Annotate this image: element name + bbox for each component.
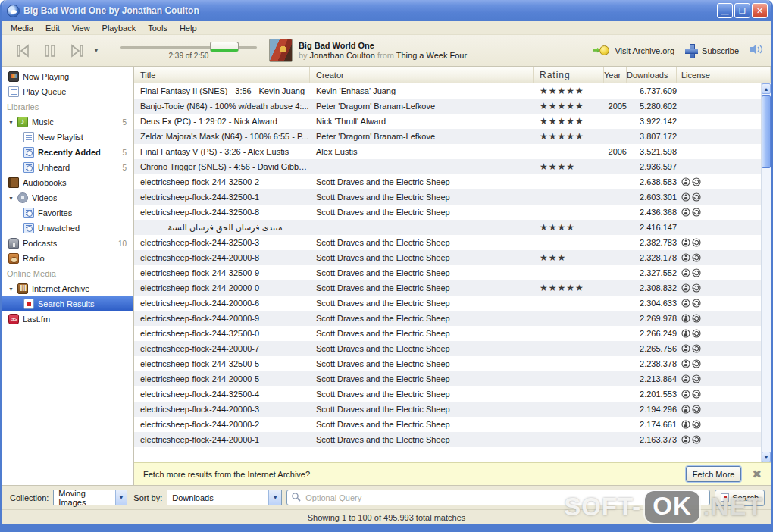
- table-row[interactable]: electricsheep-flock-244-20000-7Scott Dra…: [134, 341, 761, 356]
- cell-license: [677, 283, 761, 293]
- scrollbar-track[interactable]: [762, 94, 771, 452]
- rating-stars[interactable]: ★★★★: [534, 161, 604, 172]
- table-row[interactable]: Deus Ex (PC) - 1:29:02 - Nick AlwardNick…: [134, 114, 761, 129]
- table-header: TitleCreatorRatingYearDownloadsLicense: [134, 67, 771, 83]
- notification-bar: Fetch more results from the Internet Arc…: [134, 462, 771, 485]
- sidebar-item-audiobooks[interactable]: Audiobooks: [2, 175, 133, 190]
- sidebar-item-now-playing[interactable]: Now Playing: [2, 69, 133, 84]
- maximize-button[interactable]: ❒: [734, 3, 750, 18]
- table-row[interactable]: electricsheep-flock-244-32500-2Scott Dra…: [134, 174, 761, 189]
- sidebar-item-videos[interactable]: ▼Videos: [2, 190, 133, 205]
- rating-stars[interactable]: ★★★: [534, 252, 604, 263]
- expand-arrow-icon[interactable]: ▼: [8, 286, 17, 292]
- scrollbar-thumb[interactable]: [762, 95, 771, 168]
- cell-year: 2006: [604, 147, 627, 156]
- table-row[interactable]: Chrono Trigger (SNES) - 4:56 - David Gib…: [134, 159, 761, 174]
- sidebar-item-music[interactable]: ▼Music5: [2, 114, 133, 130]
- table-row[interactable]: electricsheep-flock-244-20000-6Scott Dra…: [134, 296, 761, 311]
- cell-creator: Nick 'Thrull' Alward: [310, 117, 534, 126]
- sidebar-item-podcasts[interactable]: Podcasts10: [2, 236, 133, 251]
- playback-options-dropdown-icon[interactable]: ▼: [93, 47, 99, 54]
- column-header-year[interactable]: Year: [604, 67, 627, 83]
- table-row[interactable]: electricsheep-flock-244-32500-3Scott Dra…: [134, 235, 761, 250]
- sidebar-item-new-playlist[interactable]: New Playlist: [2, 130, 133, 145]
- rating-stars[interactable]: ★★★★★: [534, 86, 604, 96]
- column-header-rating[interactable]: Rating: [534, 67, 604, 83]
- expand-arrow-icon[interactable]: ▼: [8, 196, 17, 201]
- fetch-more-button[interactable]: Fetch More: [686, 466, 742, 482]
- rating-stars[interactable]: ★★★★★: [534, 131, 604, 142]
- table-row[interactable]: Zelda: Majora's Mask (N64) - 100% 6:55 -…: [134, 129, 761, 144]
- seek-slider-thumb[interactable]: [210, 42, 239, 52]
- table-row[interactable]: electricsheep-flock-244-32500-1Scott Dra…: [134, 189, 761, 205]
- table-row[interactable]: electricsheep-flock-244-32500-4Scott Dra…: [134, 386, 761, 402]
- music-icon: [17, 117, 28, 127]
- column-header-downloads[interactable]: Downloads: [627, 67, 677, 83]
- cell-title: electricsheep-flock-244-32500-5: [134, 359, 310, 368]
- rating-stars[interactable]: ★★★★: [534, 222, 604, 233]
- table-row[interactable]: electricsheep-flock-244-20000-5Scott Dra…: [134, 371, 761, 386]
- cell-downloads: 2.201.553: [627, 390, 677, 399]
- results-table: Final Fantasy II (SNES) - 3:56 - Kevin J…: [134, 83, 761, 462]
- volume-icon[interactable]: [750, 43, 765, 58]
- sidebar-item-recently-added[interactable]: Recently Added5: [2, 145, 133, 160]
- rating-stars[interactable]: ★★★★★: [534, 283, 604, 293]
- sidebar-item-radio[interactable]: Radio: [2, 251, 133, 266]
- menu-item-help[interactable]: Help: [174, 23, 202, 33]
- table-row[interactable]: electricsheep-flock-244-32500-0Scott Dra…: [134, 326, 761, 341]
- table-row[interactable]: electricsheep-flock-244-20000-8Scott Dra…: [134, 250, 761, 265]
- cell-creator: Peter 'Dragorn' Branam-Lefkove: [310, 102, 534, 111]
- sidebar-item-internet-archive[interactable]: ▼Internet Archive: [2, 281, 133, 296]
- sidebar-item-unheard[interactable]: Unheard5: [2, 160, 133, 175]
- table-row[interactable]: Final Fantasy V (PS) - 3:26 - Alex Eusti…: [134, 144, 761, 159]
- menu-item-view[interactable]: View: [67, 23, 95, 33]
- close-notification-icon[interactable]: ✖: [752, 468, 765, 481]
- collection-select[interactable]: Moving Images ▼: [53, 490, 127, 505]
- cell-license: [677, 238, 761, 247]
- seek-slider[interactable]: [120, 46, 257, 49]
- table-row[interactable]: electricsheep-flock-244-32500-8Scott Dra…: [134, 205, 761, 220]
- cc-sharealike-icon: [692, 390, 701, 399]
- menu-item-tools[interactable]: Tools: [142, 23, 173, 33]
- close-button[interactable]: ✕: [752, 3, 768, 18]
- menu-item-media[interactable]: Media: [5, 23, 39, 33]
- sidebar-item-favorites[interactable]: Favorites: [2, 205, 133, 221]
- table-row[interactable]: electricsheep-flock-244-32500-9Scott Dra…: [134, 265, 761, 280]
- scroll-up-icon[interactable]: ▲: [762, 83, 771, 94]
- column-header-creator[interactable]: Creator: [310, 67, 534, 83]
- table-row[interactable]: electricsheep-flock-244-20000-9Scott Dra…: [134, 311, 761, 326]
- sidebar-item-unwatched[interactable]: Unwatched: [2, 221, 133, 236]
- column-header-license[interactable]: License: [677, 67, 771, 83]
- table-row[interactable]: منتدى فرسان الحق فرسان السنة★★★★2.416.14…: [134, 220, 761, 235]
- table-row[interactable]: electricsheep-flock-244-20000-3Scott Dra…: [134, 402, 761, 417]
- visit-archive-button[interactable]: Visit Archive.org: [593, 45, 674, 57]
- previous-button[interactable]: [13, 42, 33, 59]
- sort-by-select[interactable]: Downloads ▼: [167, 490, 282, 505]
- pause-button[interactable]: [40, 42, 60, 59]
- vertical-scrollbar[interactable]: ▲ ▼: [761, 83, 771, 462]
- table-row[interactable]: Final Fantasy II (SNES) - 3:56 - Kevin J…: [134, 83, 761, 99]
- scroll-down-icon[interactable]: ▼: [762, 452, 771, 462]
- expand-arrow-icon[interactable]: ▼: [8, 120, 17, 125]
- rating-stars[interactable]: ★★★★★: [534, 101, 604, 111]
- query-input[interactable]: [304, 493, 706, 503]
- menu-item-playback[interactable]: Playback: [97, 23, 142, 33]
- rating-stars[interactable]: ★★★★★: [534, 116, 604, 127]
- sidebar-item-search-results[interactable]: Search Results: [2, 296, 133, 311]
- menu-item-edit[interactable]: Edit: [40, 23, 65, 33]
- search-button[interactable]: Search: [715, 490, 765, 506]
- table-row[interactable]: electricsheep-flock-244-20000-1Scott Dra…: [134, 432, 761, 447]
- minimize-button[interactable]: —: [717, 3, 733, 18]
- cell-downloads: 2.265.756: [627, 344, 677, 353]
- table-row[interactable]: electricsheep-flock-244-20000-0Scott Dra…: [134, 280, 761, 296]
- query-field[interactable]: [286, 490, 710, 505]
- table-row[interactable]: electricsheep-flock-244-32500-5Scott Dra…: [134, 356, 761, 371]
- sidebar-item-last-fm[interactable]: Last.fm: [2, 311, 133, 327]
- table-row[interactable]: Banjo-Tooie (N64) - 100% w/death abuse 4…: [134, 99, 761, 114]
- subscribe-button[interactable]: Subscribe: [685, 44, 739, 57]
- table-row[interactable]: electricsheep-flock-244-20000-2Scott Dra…: [134, 417, 761, 432]
- next-button[interactable]: [67, 42, 87, 59]
- sidebar-item-play-queue[interactable]: Play Queue: [2, 84, 133, 99]
- column-header-title[interactable]: Title: [134, 67, 310, 83]
- sidebar-item-label: Internet Archive: [32, 284, 89, 293]
